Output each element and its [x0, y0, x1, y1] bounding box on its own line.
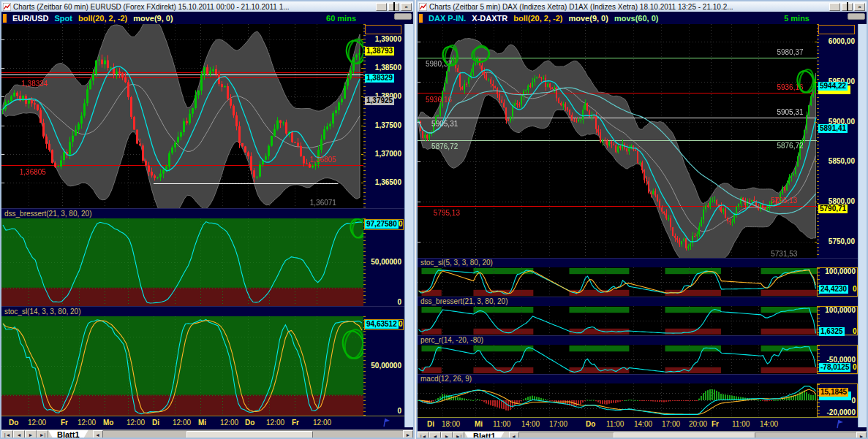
indicator-axis: 50,00000097,275800	[363, 218, 404, 306]
time-label: Di	[152, 419, 159, 427]
header-series-label: EUR/USD	[12, 14, 49, 23]
current-price-box: 5790,71	[818, 205, 848, 213]
time-label: 12:00	[313, 419, 331, 427]
time-label: 17:00	[662, 420, 680, 428]
time-label: 11:00	[606, 420, 624, 428]
indicator-axis: 0-20,000015,1845	[817, 383, 858, 417]
indicator-header: stoc_sl(14, 3, 3, 80, 20)	[1, 306, 413, 316]
sheet-nav-first-icon[interactable]: |◄	[1, 430, 13, 438]
hscroll-right-icon[interactable]: ►	[856, 432, 867, 438]
time-label: 12:00	[78, 419, 96, 427]
hscroll-left-icon[interactable]: ◄	[93, 430, 103, 438]
titlebar-dax[interactable]: Charts (Zeitbar 5 min) DAX (Indizes Xetr…	[418, 1, 867, 12]
header-series-label: move(9, 0)	[568, 14, 608, 23]
indicator-canvas[interactable]	[1, 316, 363, 416]
indicator-value-box: 94,63512	[365, 320, 399, 329]
indicator-canvas[interactable]	[418, 383, 817, 417]
minimize-button[interactable]	[376, 3, 387, 11]
indicator-axis: 50,00000094,635120	[363, 316, 404, 416]
hscroll-right-icon[interactable]: ►	[403, 430, 413, 438]
hscroll-thumb[interactable]	[614, 432, 755, 438]
eurusd-axis-topbox	[365, 25, 401, 34]
sheet-tab-blatt1[interactable]: Blatt1	[48, 430, 88, 438]
indicator-axis-partial-label: 0	[399, 220, 403, 229]
indicator-axis-partial-label: 0	[853, 285, 857, 294]
vertical-scrollbar[interactable]	[404, 24, 413, 427]
dax-main-chart-canvas[interactable]	[418, 24, 817, 258]
hscroll-thumb[interactable]	[186, 431, 312, 438]
time-label: Mi	[475, 420, 483, 428]
time-label: 14:00	[521, 420, 540, 428]
header-series-label: movs(60, 0)	[614, 14, 659, 23]
time-label: 14:00	[760, 420, 778, 428]
header-series-label: boll(20, 2, -2)	[513, 14, 562, 23]
sheet-nav-last-icon[interactable]: ►|	[37, 430, 48, 438]
flag-icon[interactable]	[834, 419, 845, 429]
indicator-axis-label: 50,00000	[366, 362, 401, 370]
indicator-axis: 100,00001,63250	[817, 306, 858, 335]
indicator-panel: -50,0000-78,01250	[418, 345, 867, 374]
window-dax: Charts (Zeitbar 5 min) DAX (Indizes Xetr…	[416, 0, 868, 439]
sheet-nav-next-icon[interactable]: ►	[441, 432, 453, 438]
hscroll-track[interactable]	[103, 430, 403, 438]
titlebar-eurusd[interactable]: Charts (Zeitbar 60 min) EURUSD (Forex FX…	[1, 1, 413, 12]
indicator-header: stoc_sl(5, 3, 3, 80, 20)	[418, 258, 867, 267]
header-series-label: Spot	[55, 14, 72, 23]
price-gridline-label: 1,37000	[366, 150, 401, 158]
close-icon[interactable]: ×	[854, 3, 865, 11]
indicator-canvas[interactable]	[418, 267, 817, 297]
current-price-box: 1,38793	[365, 47, 394, 56]
price-gridline-label: 5850,00	[820, 158, 855, 165]
time-label: Do	[586, 420, 595, 428]
hscroll-track[interactable]	[519, 432, 856, 438]
close-icon[interactable]: ×	[401, 3, 412, 11]
indicator-value-box: 24,4230	[819, 285, 848, 294]
chart-header-eurusd: EUR/USDSpotboll(20, 2, -2)move(9, 0) 60 …	[1, 12, 413, 24]
indicator-axis-label: -20,0000	[820, 409, 856, 416]
sheet-tab-blatt1[interactable]: Blatt1	[464, 432, 505, 438]
hscroll-left-icon[interactable]: ◄	[509, 432, 519, 438]
time-label: Fr	[292, 419, 299, 427]
time-label: 12:00	[220, 419, 238, 427]
indicator-canvas[interactable]	[1, 218, 363, 306]
dax-axis-topbox	[818, 25, 855, 34]
sheet-nav-first-icon[interactable]: |◄	[418, 432, 429, 438]
current-price-box: 1,38329	[365, 74, 394, 83]
header-series-label: DAX P-IN.	[429, 14, 466, 23]
flag-icon[interactable]	[381, 418, 391, 427]
time-label: 11:00	[732, 420, 750, 428]
eurusd-main-chart-canvas[interactable]	[1, 24, 363, 208]
sheet-nav-next-icon[interactable]: ►	[25, 430, 37, 438]
indicator-axis-label: 100,0000	[820, 307, 856, 314]
header-pill	[394, 13, 412, 20]
indicator-canvas[interactable]	[418, 345, 817, 374]
price-gridline-label: 1,37500	[366, 122, 401, 129]
header-pill	[848, 13, 865, 20]
time-axis-eurusd: Do12:00Fr12:00Mo12:00Di12:00Mi12:00Do12:…	[1, 416, 404, 430]
indicator-value-box: 1,6325	[819, 327, 845, 336]
sheet-tab-label: Blatt1	[57, 430, 80, 438]
indicator-header: macd(12, 26, 9)	[418, 374, 867, 383]
sheet-nav-prev-icon[interactable]: ◄	[429, 432, 441, 438]
sheet-tab-bar: |◄ ◄ ► ►| Blatt1 ◄ ►	[1, 430, 413, 438]
price-gridline-label: 1,38500	[366, 64, 401, 72]
indicator-header: dss_bressert(21, 3, 80, 20)	[1, 208, 413, 218]
sheet-tab-label: Blatt1	[473, 432, 496, 438]
interval-label: 5 mins	[784, 14, 809, 23]
time-label: Do	[9, 419, 18, 427]
sheet-nav-prev-icon[interactable]: ◄	[13, 430, 25, 438]
series-marker	[3, 14, 7, 23]
interval-label: 60 mins	[326, 14, 356, 23]
indicator-value-box: -78,0125	[819, 363, 850, 372]
indicator-canvas[interactable]	[418, 306, 817, 335]
indicator-axis-label: 0	[366, 408, 401, 415]
minimize-button[interactable]	[829, 3, 840, 11]
vertical-scrollbar[interactable]	[858, 24, 867, 427]
time-label: Mi	[198, 419, 206, 427]
restore-button[interactable]	[842, 3, 853, 11]
header-series-label: move(9, 0)	[133, 14, 173, 23]
restore-button[interactable]	[388, 3, 399, 11]
sheet-nav-last-icon[interactable]: ►|	[453, 432, 464, 438]
indicator-panel: 50,00000094,635120	[1, 316, 413, 416]
indicator-header: perc_r(14, -20, -80)	[418, 335, 867, 345]
